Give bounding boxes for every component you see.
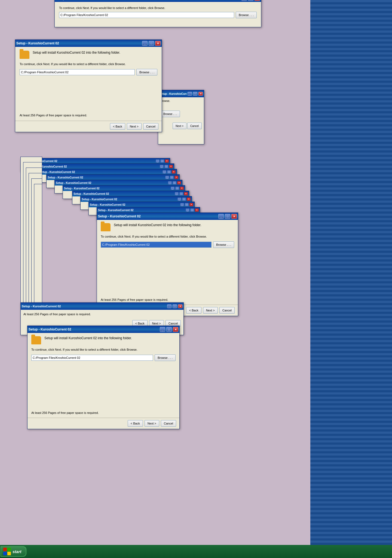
min-pr[interactable]: _ bbox=[188, 92, 192, 96]
cancel-btn-pr[interactable]: Cancel bbox=[187, 123, 202, 129]
close-btn-bg[interactable]: ✕ bbox=[255, 0, 260, 1]
next-btn-top[interactable]: Next > bbox=[127, 123, 142, 130]
minimize-btn-bg[interactable]: _ bbox=[241, 0, 247, 1]
mini-titlebar-8: Setup - KuroshioCurrent 02 _ □ ✕ bbox=[47, 175, 179, 180]
mini-min-11[interactable]: _ bbox=[156, 159, 160, 163]
mini-max-3[interactable]: □ bbox=[185, 203, 189, 206]
start-button[interactable]: start bbox=[1, 546, 26, 557]
left-stack-panels bbox=[20, 157, 45, 326]
mini-title-6: Setup - KuroshioCurrent 02 bbox=[64, 187, 170, 190]
free-space-top: At least 256 Pages of free paper space i… bbox=[20, 114, 157, 117]
logo-yellow bbox=[7, 552, 11, 555]
mini-close-6[interactable]: ✕ bbox=[180, 187, 184, 190]
browse-btn-top[interactable]: Browse . . . bbox=[136, 69, 157, 75]
path-input-sf[interactable] bbox=[101, 242, 212, 248]
back-btn-bm[interactable]: < Back bbox=[128, 420, 143, 427]
minimize-btn-bm[interactable]: _ bbox=[160, 327, 165, 332]
maximize-btn-bm[interactable]: □ bbox=[166, 327, 172, 332]
close-btn-bm[interactable]: ✕ bbox=[173, 327, 178, 332]
path-input-top[interactable] bbox=[20, 69, 135, 75]
mini-max-9[interactable]: □ bbox=[167, 170, 171, 174]
close-btn-top[interactable]: ✕ bbox=[155, 41, 161, 46]
mini-max-11[interactable]: □ bbox=[160, 159, 164, 163]
mini-close-3[interactable]: ✕ bbox=[189, 203, 193, 206]
mini-close-9[interactable]: ✕ bbox=[172, 170, 176, 174]
titlebar-bb: Setup - KuroshioCurrent 02 _ □ ✕ bbox=[21, 303, 183, 310]
content-bg: To continue, click Next. If you would li… bbox=[55, 2, 261, 27]
next-btn-bm[interactable]: Next > bbox=[145, 420, 159, 427]
close-bb[interactable]: ✕ bbox=[178, 304, 182, 308]
mini-max-10[interactable]: □ bbox=[164, 165, 168, 168]
window-bg-partial: Setup - KuroshioCurrent 02 _ □ ✕ To cont… bbox=[54, 0, 261, 27]
cancel-btn-bm[interactable]: Cancel bbox=[161, 420, 176, 427]
window-title-bg: Setup - KuroshioCurrent 02 bbox=[56, 0, 240, 0]
mini-close-8[interactable]: ✕ bbox=[174, 176, 178, 179]
next-btn-sf[interactable]: Next > bbox=[203, 307, 218, 314]
mini-close-5[interactable]: ✕ bbox=[184, 192, 188, 195]
mini-max-5[interactable]: □ bbox=[179, 192, 183, 195]
mini-max-6[interactable]: □ bbox=[175, 187, 179, 190]
close-btn-sf[interactable]: ✕ bbox=[231, 214, 237, 219]
maximize-btn-top[interactable]: □ bbox=[149, 41, 154, 46]
window-main-top: Setup - KuroshioCurrent 02 _ □ ✕ Setup w… bbox=[15, 40, 162, 132]
install-header-top: Setup will install KuroshioCurrent 02 in… bbox=[20, 51, 157, 59]
path-input-bg[interactable] bbox=[59, 12, 234, 18]
mini-close-2[interactable]: ✕ bbox=[195, 208, 199, 212]
titlebar-bm: Setup - KuroshioCurrent 02 _ □ ✕ bbox=[27, 326, 179, 333]
continue-text-bg: To continue, click Next. If you would li… bbox=[59, 6, 257, 10]
maximize-btn-sf[interactable]: □ bbox=[225, 214, 230, 219]
browse-btn-pr[interactable]: Browse . . . bbox=[160, 111, 180, 117]
mini-close-11[interactable]: ✕ bbox=[165, 159, 169, 163]
mini-close-7[interactable]: ✕ bbox=[177, 181, 181, 184]
cancel-btn-sf[interactable]: Cancel bbox=[219, 307, 235, 314]
mini-max-4[interactable]: □ bbox=[182, 198, 186, 201]
back-btn-top[interactable]: < Back bbox=[110, 123, 125, 130]
back-btn-sf[interactable]: < Back bbox=[186, 307, 201, 314]
mini-title-8: Setup - KuroshioCurrent 02 bbox=[48, 176, 164, 179]
mini-title-7: Setup - KuroshioCurrent 02 bbox=[56, 181, 167, 184]
mini-close-4[interactable]: ✕ bbox=[187, 198, 191, 201]
minimize-btn-sf[interactable]: _ bbox=[218, 214, 224, 219]
max-bb[interactable]: □ bbox=[173, 304, 177, 308]
mini-min-3[interactable]: _ bbox=[180, 203, 184, 206]
browse-btn-bm[interactable]: Browse . . . bbox=[155, 354, 176, 361]
mini-close-10[interactable]: ✕ bbox=[169, 165, 173, 168]
mini-titlebar-10: Setup - KuroshioCurrent 02 _ □ ✕ bbox=[30, 164, 174, 169]
logo-blue bbox=[3, 552, 7, 555]
content-pr: Browse. Browse . . . Next > Cancel bbox=[158, 97, 204, 131]
browse-btn-sf[interactable]: Browse . . . bbox=[213, 241, 234, 248]
next-btn-pr[interactable]: Next > bbox=[173, 123, 186, 129]
cancel-btn-top[interactable]: Cancel bbox=[143, 123, 158, 130]
background-stripes bbox=[310, 0, 392, 545]
path-row-bm: Browse . . . bbox=[31, 354, 176, 361]
mini-min-5[interactable]: _ bbox=[175, 192, 179, 195]
install-title-sf: Setup will install KuroshioCurrent 02 in… bbox=[114, 223, 201, 227]
close-pr[interactable]: ✕ bbox=[198, 92, 203, 96]
maximize-btn-bg[interactable]: □ bbox=[248, 0, 253, 1]
browse-btn-area-pr: Browse . . . bbox=[160, 111, 202, 117]
mini-min-9[interactable]: _ bbox=[163, 170, 166, 174]
install-title-bm: Setup will install KuroshioCurrent 02 in… bbox=[44, 336, 132, 340]
mini-min-4[interactable]: _ bbox=[177, 198, 181, 201]
mini-min-2[interactable]: _ bbox=[186, 208, 189, 212]
mini-min-6[interactable]: _ bbox=[171, 187, 174, 190]
mini-min-7[interactable]: _ bbox=[168, 181, 172, 184]
path-input-bm[interactable] bbox=[31, 355, 153, 361]
min-bb[interactable]: _ bbox=[167, 304, 171, 308]
browse-btn-bg[interactable]: Browse . . . bbox=[236, 12, 257, 18]
content-bm: Setup will install KuroshioCurrent 02 in… bbox=[27, 333, 179, 418]
mini-max-8[interactable]: □ bbox=[170, 176, 174, 179]
mini-titlebar-9: Setup - KuroshioCurrent 02 _ □ ✕ bbox=[38, 169, 177, 175]
max-pr[interactable]: □ bbox=[193, 92, 197, 96]
mini-min-10[interactable]: _ bbox=[160, 165, 164, 168]
continue-desc-sf: To continue, click Next. If you would li… bbox=[101, 235, 234, 239]
window-bottom-main: Setup - KuroshioCurrent 02 _ □ ✕ Setup w… bbox=[27, 326, 180, 429]
mini-min-8[interactable]: _ bbox=[165, 176, 169, 179]
content-top: Setup will install KuroshioCurrent 02 in… bbox=[15, 47, 162, 121]
mini-max-7[interactable]: □ bbox=[173, 181, 176, 184]
window-title-bm: Setup - KuroshioCurrent 02 bbox=[29, 327, 159, 331]
minimize-btn-top[interactable]: _ bbox=[142, 41, 148, 46]
mini-max-2[interactable]: □ bbox=[190, 208, 194, 212]
continue-desc-bm: To continue, click Next. If you would li… bbox=[31, 348, 176, 352]
path-row-sf: Browse . . . bbox=[101, 241, 234, 248]
